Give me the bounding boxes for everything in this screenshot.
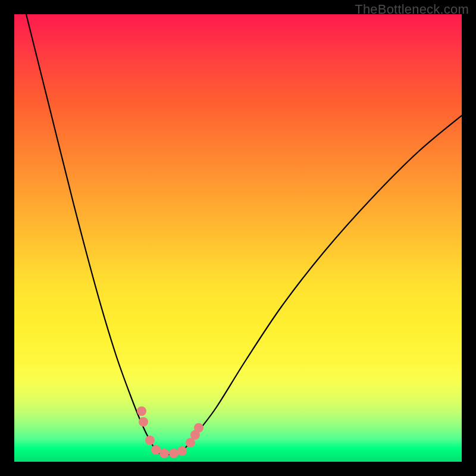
curve-line [26,14,462,455]
data-marker [145,436,155,445]
data-marker [139,417,148,427]
data-markers [137,406,203,458]
data-marker [169,449,178,458]
bottleneck-chart [14,14,462,462]
watermark-text: TheBottleneck.com [355,2,469,17]
data-marker [177,446,187,456]
data-marker [151,445,161,455]
data-marker [159,449,169,458]
data-marker [194,423,203,433]
data-marker [137,406,146,416]
